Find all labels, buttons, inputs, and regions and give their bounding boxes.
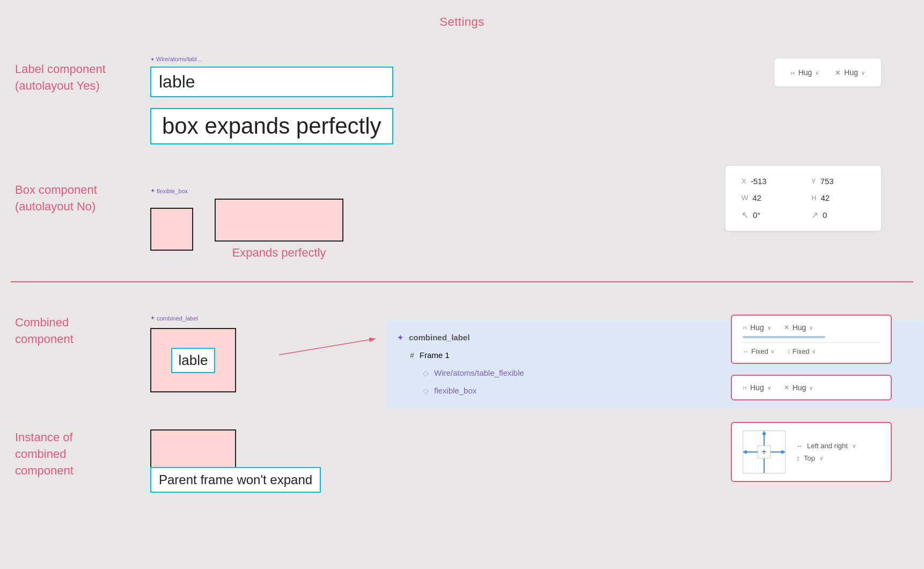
- hug-arrows-v-icon: ✕: [784, 324, 789, 331]
- constraints-dot-left: [744, 450, 747, 454]
- combined-section-label: Combined component: [0, 293, 118, 348]
- large-box: [215, 199, 343, 242]
- constraint-top-caret: ∨: [819, 455, 823, 461]
- expands-box: box expands perfectly: [150, 108, 393, 144]
- combined-tag: ✦ combined_label: [150, 315, 198, 322]
- constraint-lr-row[interactable]: ↔ Left and right ∨: [796, 442, 856, 450]
- angle-coord: ↖ 0°: [742, 210, 795, 220]
- separator: [743, 342, 880, 343]
- settings-panel-hug: ›‹ Hug ∨ ✕ Hug ∨: [774, 59, 881, 86]
- instance-diamond-icon: ◇: [423, 369, 429, 377]
- small-box: [150, 208, 193, 251]
- label-component-section-label: Label component (autolayout Yes): [0, 56, 118, 144]
- combined-component-box: lable: [150, 328, 236, 392]
- fixed-x-caret: ∨: [771, 348, 774, 354]
- hug-x-caret: ∨: [815, 70, 819, 76]
- box-component-label: Box component (autolayout No): [0, 177, 118, 215]
- combined-diamond-icon: ✦: [150, 315, 155, 322]
- component-tag: ✦ Wire/atoms/labl...: [150, 56, 393, 62]
- page-title: Settings: [0, 0, 924, 29]
- wire-hug-x[interactable]: ›‹ Hug ∨: [743, 383, 771, 392]
- constraint-lr-caret: ∨: [852, 443, 856, 449]
- box-component-section: Box component (autolayout No) ✦ flexible…: [0, 166, 924, 281]
- constraints-info: ↔ Left and right ∨ ↕ Top ∨: [796, 442, 856, 462]
- constraints-center-box: +: [758, 446, 771, 458]
- instance-section-label: Instance of combined component: [0, 419, 118, 479]
- wire-arrows-h-icon: ›‹: [743, 384, 747, 391]
- combined-hug-y[interactable]: ✕ Hug ∨: [784, 323, 813, 332]
- component-diamond-icon: ✦: [150, 56, 155, 62]
- constraints-dot-top: [762, 432, 766, 435]
- instance-row: Instance of combined component Parent fr…: [0, 419, 924, 493]
- expands-label: Expands perfectly: [232, 246, 326, 260]
- frame-hash-icon: #: [410, 351, 414, 360]
- hug-y-caret: ∨: [861, 70, 865, 76]
- x-coord: X -513: [742, 177, 795, 186]
- flexible-diamond-icon: ◇: [423, 386, 429, 395]
- box-component-tag: ✦ flexible_box: [150, 187, 343, 194]
- corner-coord: ↗ 0: [811, 210, 865, 220]
- arrows-v-icon: ✕: [835, 69, 841, 77]
- h-coord: H 42: [811, 193, 865, 202]
- component-grid-icon: ✦: [397, 333, 404, 342]
- constraint-top-icon: ↕: [796, 455, 800, 462]
- wire-hug-y-caret: ∨: [809, 385, 813, 391]
- combined-hug-y-caret: ∨: [809, 325, 813, 331]
- arrows-h-icon: ›‹: [790, 69, 795, 77]
- constraints-dot-right: [781, 450, 784, 454]
- wire-arrows-v-icon: ✕: [784, 384, 789, 391]
- constraint-top-row[interactable]: ↕ Top ∨: [796, 454, 856, 462]
- hug-arrows-h-icon: ›‹: [743, 324, 747, 331]
- fixed-x-control[interactable]: ↔ Fixed ∨: [743, 347, 774, 355]
- inner-lable-box: lable: [171, 348, 216, 373]
- combined-row: Combined component ✦ combined_label labl…: [0, 293, 924, 419]
- combined-settings-top: ›‹ Hug ∨ ✕ Hug ∨ ↔ Fixed: [731, 315, 892, 364]
- w-coord: W 42: [742, 193, 795, 202]
- y-coord: Y 753: [811, 177, 865, 186]
- svg-line-0: [279, 339, 376, 355]
- parent-frame-text: Parent frame won't expand: [150, 467, 321, 493]
- arrow-connector: [279, 339, 386, 371]
- wire-hug-y[interactable]: ✕ Hug ∨: [784, 383, 813, 392]
- blue-bar-indicator: [743, 336, 825, 338]
- box-diamond-icon: ✦: [150, 187, 155, 194]
- combined-settings-wire: ›‹ Hug ∨ ✕ Hug ∨: [731, 375, 892, 400]
- bottom-sections: Combined component ✦ combined_label labl…: [0, 282, 924, 493]
- combined-hug-x[interactable]: ›‹ Hug ∨: [743, 323, 771, 332]
- combined-hug-x-caret: ∨: [767, 325, 771, 331]
- lable-box: lable: [150, 67, 393, 97]
- label-component-area: ✦ Wire/atoms/labl... lable box expands p…: [118, 56, 393, 144]
- fixed-y-control[interactable]: ↕ Fixed ∨: [787, 347, 816, 355]
- constraint-lr-icon: ↔: [796, 442, 803, 450]
- constraints-diagram: +: [743, 431, 786, 473]
- hug-x-control[interactable]: ›‹ Hug ∨: [790, 68, 819, 77]
- fixed-y-caret: ∨: [812, 348, 816, 354]
- hug-y-control[interactable]: ✕ Hug ∨: [835, 68, 865, 77]
- constraints-panel: + ↔ Left and right ∨ ↕ Top ∨: [731, 422, 892, 482]
- settings-panel-box: X -513 Y 753 W 42 H 42 ↖ 0° ↗: [725, 166, 881, 231]
- wire-hug-x-caret: ∨: [767, 385, 771, 391]
